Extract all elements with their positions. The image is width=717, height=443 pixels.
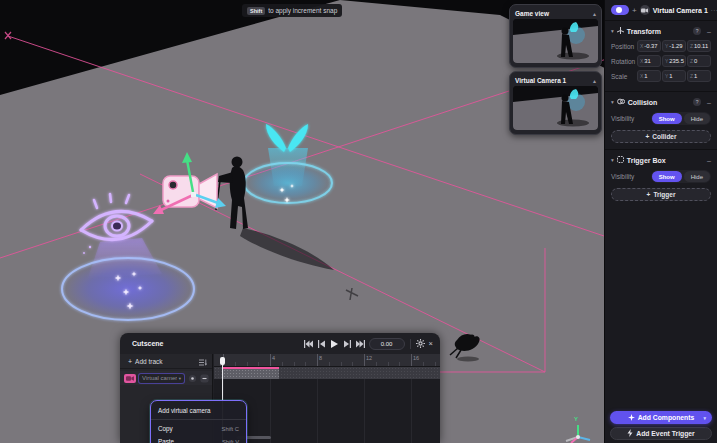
add-event-trigger-button[interactable]: Add Event Trigger xyxy=(610,427,712,440)
scale-x-field[interactable]: X1 xyxy=(637,70,661,82)
play-icon[interactable] xyxy=(330,339,339,348)
time-input[interactable] xyxy=(369,338,405,350)
plus-icon: + xyxy=(647,191,651,198)
game-view-thumbnail[interactable] xyxy=(513,19,598,63)
show-button[interactable]: Show xyxy=(652,113,682,124)
axis-y-label: Y xyxy=(574,416,578,422)
menu-item-copy[interactable]: Copy Shift C xyxy=(151,422,246,435)
menu-item-add-virtual-camera[interactable]: Add virtual camera xyxy=(151,404,246,417)
rotation-row: Rotation X31 Y235.5 Z0 xyxy=(611,55,711,67)
camera-gizmo[interactable] xyxy=(153,152,226,214)
bird-silhouette[interactable] xyxy=(450,334,480,362)
virtual-camera-track[interactable]: Virtual camera ▾ xyxy=(120,371,212,385)
show-button[interactable]: Show xyxy=(652,171,682,182)
divider xyxy=(410,339,411,349)
collapse-icon[interactable]: – xyxy=(707,99,711,106)
plus-icon: + xyxy=(646,133,650,140)
section-title: Trigger Box xyxy=(627,157,701,164)
tooltip-text: to apply increment snap xyxy=(268,7,337,14)
scale-y-field[interactable]: Y1 xyxy=(662,70,686,82)
snap-tooltip: Shift to apply increment snap xyxy=(242,4,342,17)
virtual-camera-thumbnail[interactable] xyxy=(513,86,598,130)
inspector-panel: + Virtual Camera 1 ··· × ▾ Transform ? –… xyxy=(604,0,717,443)
timeline-tracks-area[interactable]: 4 8 12 16 xyxy=(214,354,440,443)
timeline-ruler[interactable]: 4 8 12 16 xyxy=(214,354,440,367)
chevron-down-icon[interactable]: ▾ xyxy=(611,99,614,105)
virtual-camera-preview-panel: Virtual Camera 1 ▴ xyxy=(509,71,602,135)
position-row: Position X-0.37 Y-1.29 Z10.11 xyxy=(611,40,711,52)
hide-button[interactable]: Hide xyxy=(684,171,710,182)
chevron-down-icon[interactable]: ▾ xyxy=(611,157,614,163)
enable-toggle[interactable] xyxy=(611,5,629,15)
inspector-title: Virtual Camera 1 xyxy=(653,7,708,14)
divider xyxy=(151,419,246,420)
track-remove-icon[interactable] xyxy=(199,373,209,383)
sparkle-icon xyxy=(628,414,635,422)
position-z-field[interactable]: Z10.11 xyxy=(687,40,711,52)
track-camera-icon xyxy=(124,374,136,383)
collision-section: ▾ Collision ? – Visibility Show Hide + C… xyxy=(605,91,717,149)
event-trigger-icon xyxy=(627,429,633,438)
game-view-panel: Game view ▴ xyxy=(509,4,602,68)
scale-z-field[interactable]: Z1 xyxy=(687,70,711,82)
editor-window: Y Shift to apply increment snap Game vie… xyxy=(0,0,717,443)
shift-key-badge: Shift xyxy=(247,7,265,15)
trigger-box-icon xyxy=(617,156,624,164)
skip-to-start-icon[interactable] xyxy=(304,339,313,348)
hide-button[interactable]: Hide xyxy=(684,113,710,124)
purple-sparkle-ring[interactable] xyxy=(62,258,194,320)
track-context-menu: Add virtual camera Copy Shift C Paste Sh… xyxy=(150,400,247,443)
section-title: Collision xyxy=(628,99,690,106)
transform-section: ▾ Transform ? – Position X-0.37 Y-1.29 Z… xyxy=(605,20,717,91)
more-menu-icon[interactable]: ··· xyxy=(711,7,717,13)
camera-icon xyxy=(640,5,650,15)
trigger-box-section: ▾ Trigger Box – Visibility Show Hide + T… xyxy=(605,149,717,207)
add-components-button[interactable]: Add Components ▾ xyxy=(610,411,712,424)
timeline-title: Cutscene xyxy=(132,340,304,347)
chevron-down-icon: ▾ xyxy=(703,415,706,421)
timeline-panel: Cutscene xyxy=(120,333,440,443)
add-icon[interactable]: + xyxy=(632,6,637,15)
close-icon[interactable]: × xyxy=(429,339,433,348)
track-name-select[interactable]: Virtual camera ▾ xyxy=(138,373,185,384)
visibility-label: Visibility xyxy=(611,173,651,180)
position-x-field[interactable]: X-0.37 xyxy=(637,40,661,52)
collapse-icon[interactable]: – xyxy=(707,28,711,35)
axis-orientation-gizmo[interactable]: Y xyxy=(566,416,590,443)
add-trigger-button[interactable]: + Trigger xyxy=(611,188,711,201)
add-track-button[interactable]: + Add track xyxy=(120,354,212,369)
timeline-grid xyxy=(214,379,440,443)
collapse-chevron-icon[interactable]: ▴ xyxy=(593,77,596,84)
game-view-title: Game view xyxy=(515,10,549,17)
collision-visibility-toggle: Show Hide xyxy=(651,112,711,125)
transform-icon xyxy=(617,27,624,35)
plus-icon: + xyxy=(128,358,132,365)
menu-item-paste[interactable]: Paste Shift V xyxy=(151,435,246,443)
track-settings-icon[interactable] xyxy=(187,373,197,383)
step-back-icon[interactable] xyxy=(317,339,326,348)
rotation-x-field[interactable]: X31 xyxy=(637,55,661,67)
virtual-camera-preview-title: Virtual Camera 1 xyxy=(515,77,566,84)
trigger-visibility-toggle: Show Hide xyxy=(651,170,711,183)
reorder-tracks-icon[interactable] xyxy=(199,352,207,370)
chevron-down-icon[interactable]: ▾ xyxy=(611,28,614,34)
wings-hologram[interactable] xyxy=(244,124,332,203)
rotation-y-field[interactable]: Y235.5 xyxy=(662,55,686,67)
rotation-z-field[interactable]: Z0 xyxy=(687,55,711,67)
playhead-handle[interactable] xyxy=(220,357,225,365)
collapse-chevron-icon[interactable]: ▴ xyxy=(593,10,596,17)
collision-icon xyxy=(617,98,625,106)
collapse-icon[interactable]: – xyxy=(707,157,711,164)
section-title: Transform xyxy=(627,28,690,35)
track-lane[interactable] xyxy=(214,367,440,379)
camera-clip[interactable] xyxy=(223,367,279,379)
step-forward-icon[interactable] xyxy=(343,339,352,348)
position-y-field[interactable]: Y-1.29 xyxy=(662,40,686,52)
settings-gear-icon[interactable] xyxy=(416,339,425,348)
add-collider-button[interactable]: + Collider xyxy=(611,130,711,143)
help-icon[interactable]: ? xyxy=(693,98,701,106)
scale-row: Scale X1 Y1 Z1 xyxy=(611,70,711,82)
skip-to-end-icon[interactable] xyxy=(356,339,365,348)
help-icon[interactable]: ? xyxy=(693,27,701,35)
visibility-label: Visibility xyxy=(611,115,651,122)
